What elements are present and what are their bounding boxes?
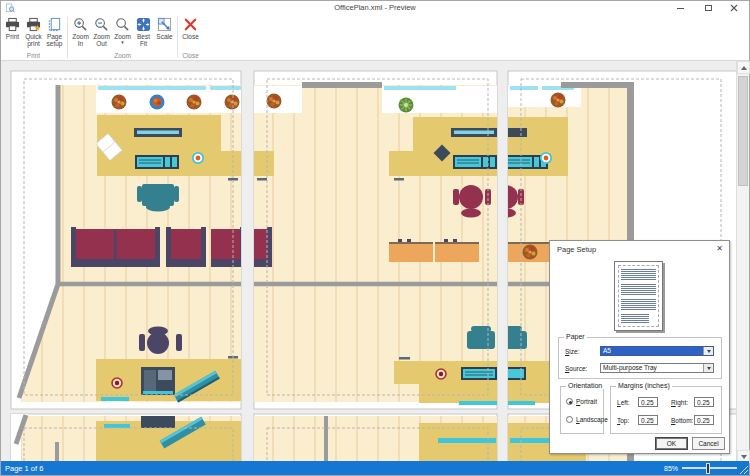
floor-plan-page-2 bbox=[254, 79, 497, 405]
size-label: Size: bbox=[565, 348, 579, 355]
page-preview-thumbnail bbox=[614, 261, 663, 331]
scroll-up-button[interactable] bbox=[737, 61, 750, 74]
margin-bottom-label: Bottom: bbox=[671, 417, 693, 424]
page-indicator: Page 1 of 6 bbox=[5, 464, 43, 473]
toolbar: Print Quick print Page bbox=[1, 15, 749, 61]
arrow-down-icon bbox=[741, 455, 747, 459]
toolbar-separator bbox=[177, 17, 178, 58]
page-setup-icon bbox=[47, 17, 62, 32]
margin-top-field[interactable] bbox=[638, 415, 658, 425]
window-close-button[interactable] bbox=[721, 1, 747, 15]
paper-size-value: A5 bbox=[603, 347, 611, 354]
window-title: OfficePlan.xml - Preview bbox=[1, 3, 749, 12]
status-bar: Page 1 of 6 85% bbox=[1, 461, 749, 475]
close-preview-button[interactable]: Close bbox=[180, 16, 201, 51]
dialog-close-button[interactable]: ✕ bbox=[716, 244, 723, 253]
zoom-icon bbox=[115, 17, 130, 32]
paper-size-combobox[interactable]: A5 bbox=[600, 346, 714, 356]
zoom-dropdown-button[interactable]: Zoom ▾ bbox=[112, 16, 133, 51]
toolbar-group-close: Close Close bbox=[179, 15, 202, 60]
close-red-icon bbox=[183, 17, 198, 32]
floor-plan-page-5 bbox=[254, 416, 497, 463]
best-fit-button[interactable]: Best Fit bbox=[133, 16, 154, 51]
zoom-in-button[interactable]: Zoom In bbox=[70, 16, 91, 51]
page-setup-button[interactable]: Page setup bbox=[44, 16, 65, 51]
paper-group-label: Paper bbox=[564, 333, 587, 340]
margins-groupbox: Margins (inches) Left: Right: Top: Botto… bbox=[610, 386, 722, 434]
zoom-percent: 85% bbox=[664, 465, 678, 472]
margin-bottom-field[interactable] bbox=[694, 415, 714, 425]
quick-print-icon bbox=[26, 17, 41, 32]
zoom-in-icon bbox=[73, 17, 88, 32]
landscape-radio[interactable] bbox=[566, 416, 573, 423]
margin-top-label: Top: bbox=[617, 417, 629, 424]
zoom-slider-thumb[interactable] bbox=[706, 463, 710, 474]
chevron-down-icon: ▾ bbox=[121, 40, 124, 45]
zoom-out-button[interactable]: Zoom Out bbox=[91, 16, 112, 51]
minimize-icon bbox=[677, 8, 684, 9]
landscape-label: Landscape bbox=[576, 416, 608, 423]
combo-dropdown-icon[interactable] bbox=[703, 347, 713, 355]
orientation-group-label: Orientation bbox=[566, 382, 604, 389]
page-setup-dialog: Page Setup ✕ Paper Size: A5 Source: Mult… bbox=[549, 240, 730, 454]
toolbar-group-label-zoom: Zoom bbox=[70, 51, 175, 60]
print-button[interactable]: Print bbox=[2, 16, 23, 51]
margin-right-field[interactable] bbox=[694, 397, 714, 407]
scrollbar-thumb[interactable] bbox=[738, 76, 748, 186]
arrow-up-icon bbox=[741, 66, 747, 70]
maximize-button[interactable] bbox=[695, 1, 721, 15]
source-label: Source: bbox=[565, 365, 587, 372]
thumbnail-text-lines bbox=[618, 265, 659, 327]
print-icon bbox=[5, 17, 20, 32]
title-bar: OfficePlan.xml - Preview bbox=[1, 1, 749, 15]
vertical-scrollbar[interactable] bbox=[736, 61, 749, 463]
portrait-radio[interactable] bbox=[566, 398, 573, 405]
paper-source-combobox[interactable]: Multi-purpose Tray bbox=[600, 363, 714, 373]
scale-button[interactable]: Scale bbox=[154, 16, 175, 51]
combo-dropdown-icon[interactable] bbox=[703, 364, 713, 372]
paper-source-value: Multi-purpose Tray bbox=[603, 364, 657, 371]
preview-window: OfficePlan.xml - Preview Print bbox=[0, 0, 750, 476]
paper-groupbox: Paper Size: A5 Source: Multi-purpose Tra… bbox=[558, 337, 722, 379]
resize-grip[interactable] bbox=[739, 465, 748, 474]
toolbar-group-label-print: Print bbox=[2, 51, 65, 60]
close-icon bbox=[730, 4, 738, 12]
toolbar-group-zoom: Zoom In Zoom Out Zoom ▾ bbox=[69, 15, 176, 60]
margin-left-field[interactable] bbox=[638, 397, 658, 407]
zoom-slider-track[interactable] bbox=[682, 467, 737, 469]
best-fit-icon bbox=[136, 17, 151, 32]
minimize-button[interactable] bbox=[667, 1, 693, 15]
quick-print-button[interactable]: Quick print bbox=[23, 16, 44, 51]
dialog-title: Page Setup bbox=[557, 245, 596, 254]
margin-right-label: Right: bbox=[671, 399, 688, 406]
floor-plan-page-4 bbox=[11, 414, 246, 463]
toolbar-group-print: Print Quick print Page bbox=[1, 15, 66, 60]
zoom-control: 85% bbox=[664, 461, 737, 475]
toolbar-separator bbox=[67, 17, 68, 58]
portrait-label: Portrait bbox=[576, 398, 597, 405]
cancel-button[interactable]: Cancel bbox=[692, 437, 725, 450]
margin-left-label: Left: bbox=[617, 399, 630, 406]
orientation-groupbox: Orientation Portrait Landscape bbox=[560, 386, 604, 434]
scale-icon bbox=[157, 17, 172, 32]
ok-button[interactable]: OK bbox=[655, 437, 688, 450]
margins-group-label: Margins (inches) bbox=[616, 382, 672, 389]
maximize-icon bbox=[705, 5, 712, 11]
zoom-out-icon bbox=[94, 17, 109, 32]
toolbar-group-label-close: Close bbox=[180, 51, 201, 60]
